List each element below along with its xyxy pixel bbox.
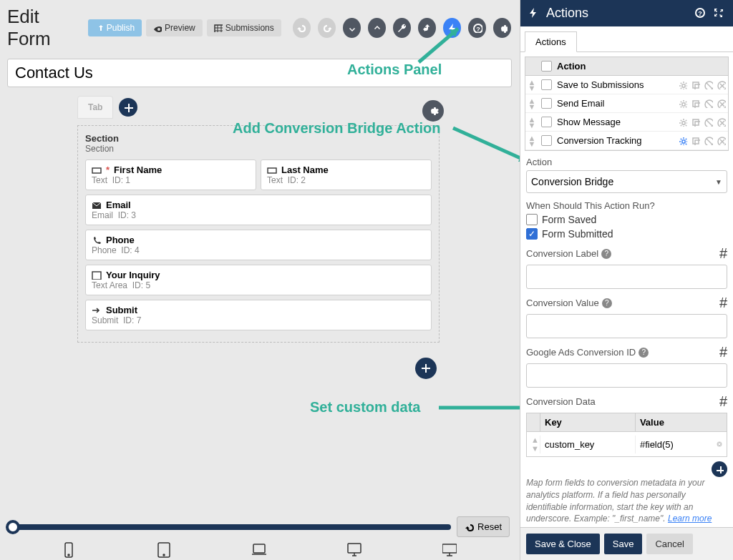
help-icon[interactable]: ?: [601, 249, 611, 259]
textarea-icon: [92, 271, 102, 280]
field-submit[interactable]: Submit Submit ID: 7: [85, 300, 432, 330]
phone-portrait-icon[interactable]: [62, 542, 76, 558]
drag-handle[interactable]: ▲▼: [525, 134, 538, 148]
help-icon[interactable]: ?: [639, 348, 649, 358]
export-icon: [372, 23, 382, 33]
action-row[interactable]: ▲▼ Show Message: [525, 113, 728, 132]
width-slider[interactable]: Reset: [9, 516, 510, 537]
delete-row-button[interactable]: [712, 436, 727, 453]
undo-icon: [296, 23, 306, 33]
redo-button[interactable]: [318, 18, 336, 38]
field-phone[interactable]: Phone Phone ID: 4: [85, 230, 432, 260]
add-tab-button[interactable]: [119, 98, 137, 117]
row-gear-icon[interactable]: [676, 79, 688, 91]
import-button[interactable]: [343, 18, 361, 38]
desktop-wide-icon[interactable]: [442, 542, 457, 558]
row-gear-icon[interactable]: [676, 135, 688, 147]
row-checkbox[interactable]: [541, 135, 552, 146]
drag-handle[interactable]: ▲▼: [527, 432, 540, 456]
drag-handle[interactable]: ▲▼: [525, 115, 538, 129]
section-box[interactable]: Section Section *First Name Text ID: 1 L…: [77, 125, 440, 343]
panel-title: Actions: [546, 6, 689, 21]
tablet-portrait-icon[interactable]: [157, 542, 171, 558]
form-submitted-checkbox[interactable]: [526, 228, 538, 240]
row-disable-icon[interactable]: [702, 79, 714, 91]
question-icon: [472, 23, 482, 33]
action-row[interactable]: ▲▼ Save to Submissions: [525, 76, 728, 94]
tools-button[interactable]: [393, 18, 411, 38]
panel-body: Actions Action ▲▼ Save to Submissions: [520, 26, 733, 527]
hash-icon[interactable]: #: [719, 393, 727, 410]
row-delete-icon[interactable]: [715, 79, 727, 91]
row-disable-icon[interactable]: [702, 135, 714, 147]
field-meta: Text ID: 1: [92, 175, 250, 185]
hash-icon[interactable]: #: [719, 295, 727, 311]
row-delete-icon[interactable]: [715, 117, 727, 128]
drag-handle[interactable]: ▲▼: [525, 97, 538, 111]
settings-button[interactable]: [493, 18, 511, 38]
plus-icon: [715, 465, 724, 473]
help-text: Map form fields to conversion metadata i…: [526, 477, 727, 525]
conversion-label-input[interactable]: [526, 265, 727, 289]
row-delete-icon[interactable]: [715, 135, 727, 147]
drag-handle[interactable]: ▲▼: [525, 78, 538, 92]
row-gear-icon[interactable]: [676, 117, 688, 128]
slider-track[interactable]: [9, 524, 451, 530]
preview-button[interactable]: Preview: [146, 19, 203, 36]
row-gear-icon[interactable]: [676, 98, 688, 109]
action-row[interactable]: ▲▼ Conversion Tracking: [525, 132, 728, 150]
field-last-name[interactable]: Last Name Text ID: 2: [261, 159, 432, 190]
reset-button[interactable]: Reset: [457, 516, 510, 537]
bolt-icon: [528, 7, 540, 20]
save-close-button[interactable]: Save & Close: [526, 534, 600, 554]
save-button[interactable]: Save: [604, 534, 643, 554]
required-star: *: [106, 164, 110, 175]
field-email[interactable]: Email Email ID: 3: [85, 195, 432, 225]
gads-id-input[interactable]: [526, 363, 727, 388]
row-copy-icon[interactable]: [689, 79, 701, 91]
section-settings-button[interactable]: [422, 100, 444, 122]
tab-chip[interactable]: Tab: [77, 96, 113, 119]
row-disable-icon[interactable]: [702, 117, 714, 128]
tab-actions[interactable]: Actions: [525, 31, 577, 52]
add-section-button[interactable]: [415, 358, 437, 379]
add-data-row-button[interactable]: [712, 461, 727, 477]
help-icon[interactable]: ?: [602, 298, 612, 308]
publish-button[interactable]: Publish: [88, 19, 142, 36]
desktop-icon[interactable]: [347, 542, 361, 558]
row-copy-icon[interactable]: [689, 117, 701, 128]
field-first-name[interactable]: *First Name Text ID: 1: [85, 159, 256, 190]
expand-icon[interactable]: [713, 7, 726, 20]
select-all-checkbox[interactable]: [541, 61, 552, 72]
panel-header: Actions: [520, 0, 733, 26]
plus-icon: [420, 363, 432, 374]
field-inquiry[interactable]: Your Inquiry Text Area ID: 5: [85, 265, 432, 295]
submissions-button[interactable]: Submissions: [207, 19, 281, 36]
key-cell[interactable]: custom_key: [540, 436, 636, 453]
value-cell[interactable]: #field(5): [636, 436, 712, 453]
action-row[interactable]: ▲▼ Send Email: [525, 94, 728, 113]
conversion-value-input[interactable]: [526, 314, 727, 338]
row-checkbox[interactable]: [541, 98, 552, 109]
export-button[interactable]: [368, 18, 386, 38]
svg-rect-17: [253, 544, 265, 553]
cancel-button[interactable]: Cancel: [646, 534, 692, 554]
row-delete-icon[interactable]: [715, 98, 727, 109]
row-checkbox[interactable]: [541, 117, 552, 127]
help-icon[interactable]: [694, 7, 707, 20]
form-saved-checkbox[interactable]: [526, 214, 538, 225]
help-button[interactable]: [468, 18, 486, 38]
hash-icon[interactable]: #: [719, 245, 727, 262]
row-checkbox[interactable]: [541, 79, 552, 90]
upload-icon: [95, 24, 104, 32]
row-disable-icon[interactable]: [702, 98, 714, 109]
laptop-icon[interactable]: [252, 542, 266, 558]
action-select[interactable]: Conversion Bridge▼: [526, 170, 727, 193]
row-copy-icon[interactable]: [689, 135, 701, 147]
undo-button[interactable]: [293, 18, 311, 38]
learn-more-link[interactable]: Learn more: [668, 514, 712, 524]
hash-icon[interactable]: #: [719, 344, 727, 360]
slider-thumb[interactable]: [6, 520, 20, 534]
caret-down-icon: ▼: [715, 178, 722, 186]
row-copy-icon[interactable]: [689, 98, 701, 109]
